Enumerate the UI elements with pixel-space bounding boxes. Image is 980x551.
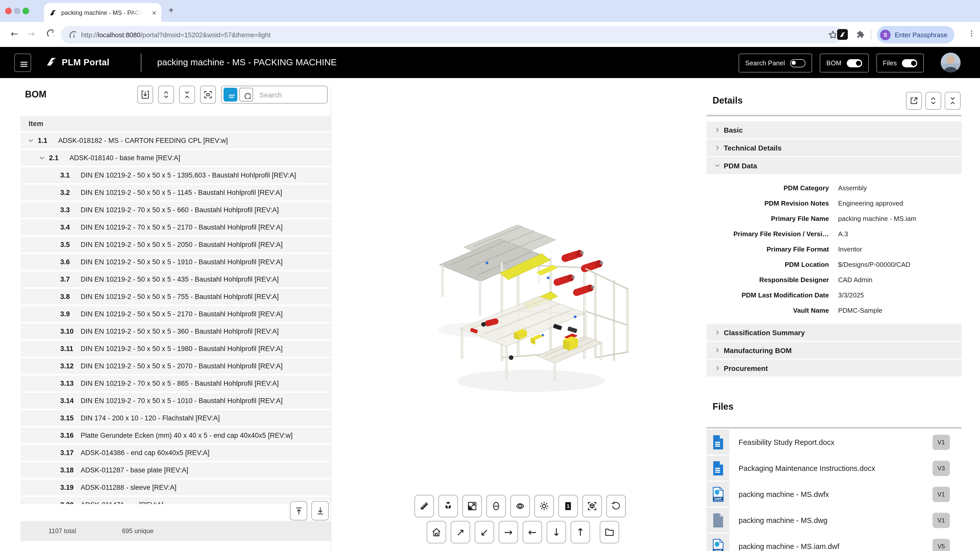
bom-tree-row[interactable]: 3.1DIN EN 10219-2 - 50 x 50 x 5 - 1395,6…	[21, 167, 331, 183]
viewer-single-view-button[interactable]: 1	[558, 495, 578, 517]
bom-tree-row[interactable]: 3.12DIN EN 10219-2 - 50 x 50 x 5 - 2070 …	[21, 358, 331, 374]
section-pdm-data[interactable]: PDM Data	[706, 157, 962, 174]
window-minimize-button[interactable]	[14, 7, 21, 14]
viewer-arrow-up-right-button[interactable]: ↗	[451, 521, 470, 543]
bom-expand-all-button[interactable]	[158, 86, 174, 103]
file-name[interactable]: Feasibility Study Report.docx	[738, 438, 835, 446]
viewer-arrow-down-left-button[interactable]: ↙	[475, 521, 494, 543]
bom-tree-row[interactable]: 3.18ADSK-011287 - base plate [REV:A]	[21, 462, 331, 478]
bom-tree-row[interactable]: 3.9DIN EN 10219-2 - 50 x 50 x 5 - 2170 -…	[21, 306, 331, 322]
bom-row-number: 3.11	[60, 345, 81, 353]
details-expand-all-button[interactable]	[925, 92, 941, 110]
row-expander-chevron-icon[interactable]	[39, 155, 49, 161]
browser-menu-dots-icon[interactable]	[967, 29, 977, 40]
bom-tree-row[interactable]: 1.1ADSK-018182 - MS - CARTON FEEDING CPL…	[21, 133, 331, 148]
file-row[interactable]: DWFpacking machine - MS.iam.dwfV5	[706, 534, 962, 551]
viewer-arrow-down-button[interactable]: ↓	[547, 521, 566, 543]
bom-tree-row[interactable]: 3.3DIN EN 10219-2 - 70 x 50 x 5 - 660 - …	[21, 202, 331, 218]
viewer-reset-orbit-button[interactable]	[606, 495, 626, 517]
hamburger-menu-button[interactable]	[14, 54, 31, 72]
new-tab-button[interactable]: +	[169, 5, 174, 16]
viewer-views-folder-button[interactable]	[600, 521, 619, 543]
details-collapse-all-button[interactable]	[945, 92, 961, 110]
file-name[interactable]: packing machine - MS.dwg	[738, 516, 827, 524]
scroll-to-bottom-button[interactable]	[311, 501, 329, 520]
browser-tab[interactable]: packing machine - MS - PACK ×	[44, 3, 161, 22]
bom-fit-view-button[interactable]	[200, 86, 216, 103]
viewer-fit-selection-button[interactable]	[582, 495, 602, 517]
bom-search-input[interactable]: Search	[259, 91, 282, 99]
bom-tree-row[interactable]: 3.17ADSK-014386 - end cap 60x40x5 [REV:A…	[21, 445, 331, 461]
viewer-arrow-up-button[interactable]: ↑	[571, 521, 590, 543]
file-row[interactable]: Packaging Maintenance Instructions.docxV…	[706, 456, 962, 481]
extensions-puzzle-icon[interactable]	[856, 30, 865, 41]
bom-filter-button[interactable]	[224, 88, 237, 102]
file-name[interactable]: Packaging Maintenance Instructions.docx	[738, 464, 875, 472]
viewer-visibility-button[interactable]	[511, 495, 530, 517]
pdm-data-fields: PDM CategoryAssemblyPDM Revision NotesEn…	[706, 175, 962, 324]
window-zoom-button[interactable]	[22, 7, 29, 14]
toggle-search-panel[interactable]: Search Panel	[738, 54, 812, 73]
forward-icon[interactable]: →	[27, 29, 35, 39]
back-icon[interactable]: ←	[11, 29, 18, 39]
bom-tree-row[interactable]: 2.1ADSK-018140 - base frame [REV:A]	[21, 150, 331, 166]
bom-tree-row[interactable]: 3.8DIN EN 10219-2 - 50 x 50 x 5 - 755 - …	[21, 289, 331, 305]
bom-tree-row[interactable]: 3.7DIN EN 10219-2 - 50 x 50 x 5 - 435 - …	[21, 272, 331, 287]
bom-tree-row[interactable]: 3.4DIN EN 10219-2 - 70 x 50 x 5 - 2170 -…	[21, 219, 331, 235]
reload-icon[interactable]	[45, 27, 54, 38]
bom-collapse-all-button[interactable]	[179, 86, 195, 103]
viewer-hide-button[interactable]	[487, 495, 506, 517]
bom-tree-row[interactable]: 3.20ADSK-011471 - … [REV:A]	[21, 497, 331, 504]
bom-tree-row[interactable]: 3.5DIN EN 10219-2 - 50 x 50 x 5 - 2050 -…	[21, 237, 331, 252]
section-manufacturing-bom[interactable]: Manufacturing BOM	[706, 342, 962, 359]
user-avatar[interactable]	[941, 52, 961, 73]
bom-scroll-buttons	[289, 500, 330, 521]
bom-search-box[interactable]: Search	[221, 86, 328, 103]
file-name[interactable]: packing machine - MS.dwfx	[738, 490, 829, 498]
bom-tree-row[interactable]: 3.16Platte Gerundete Ecken (mm) 40 x 40 …	[21, 427, 331, 443]
address-bar[interactable]: http://localhost:8080/portal?dmsid=15202…	[61, 26, 843, 43]
row-expander-chevron-icon[interactable]	[27, 137, 38, 144]
3d-model-viewport[interactable]	[431, 214, 635, 408]
viewer-screenshot-button[interactable]	[463, 495, 482, 517]
file-row[interactable]: Feasibility Study Report.docxV1	[706, 430, 962, 454]
details-open-external-button[interactable]	[906, 92, 922, 110]
bookmark-star-icon[interactable]	[827, 29, 836, 40]
toggle-label: Files	[883, 59, 897, 67]
scroll-to-top-button[interactable]	[290, 501, 307, 520]
file-row[interactable]: DWFpacking machine - MS.dwfxV1	[706, 482, 962, 507]
bom-tree-row[interactable]: 3.10DIN EN 10219-2 - 50 x 50 x 5 - 360 -…	[21, 324, 331, 339]
toggle-bom[interactable]: BOM	[820, 54, 869, 73]
viewer-arrow-left-button[interactable]: ←	[523, 521, 542, 543]
bom-export-button[interactable]	[137, 86, 153, 103]
section-procurement[interactable]: Procurement	[706, 360, 962, 376]
file-name[interactable]: packing machine - MS.iam.dwf	[738, 542, 839, 550]
tab-close-icon[interactable]: ×	[152, 9, 156, 16]
viewer-measure-button[interactable]	[414, 495, 434, 517]
toggle-files[interactable]: Files	[876, 54, 924, 73]
enter-passphrase-button[interactable]: S Enter Passphrase	[877, 26, 955, 43]
viewer-arrow-right-button[interactable]: →	[499, 521, 518, 543]
section-classification-summary[interactable]: Classification Summary	[706, 324, 962, 341]
toggle-switch-icon[interactable]	[902, 59, 917, 67]
file-type-docx-icon	[706, 430, 729, 454]
window-close-button[interactable]	[5, 7, 12, 14]
bom-tree-row[interactable]: 3.15DIN 174 - 200 x 10 - 120 - Flachstah…	[21, 410, 331, 426]
autodesk-extension-icon[interactable]	[837, 29, 848, 40]
section-technical-details[interactable]: Technical Details	[706, 139, 962, 156]
bom-search-button[interactable]	[239, 88, 253, 102]
viewer-home-button[interactable]	[427, 521, 446, 543]
site-info-icon[interactable]	[68, 30, 76, 40]
bom-tree-row[interactable]: 3.6DIN EN 10219-2 - 50 x 50 x 5 - 1910 -…	[21, 254, 331, 270]
viewer-brightness-button[interactable]	[535, 495, 554, 517]
bom-tree-row[interactable]: 3.11DIN EN 10219-2 - 50 x 50 x 5 - 1980 …	[21, 341, 331, 357]
toggle-switch-icon[interactable]	[790, 59, 805, 67]
bom-tree-row[interactable]: 3.19ADSK-011288 - sleeve [REV:A]	[21, 480, 331, 495]
bom-tree-row[interactable]: 3.2DIN EN 10219-2 - 50 x 50 x 5 - 1145 -…	[21, 185, 331, 200]
bom-tree-row[interactable]: 3.14DIN EN 10219-2 - 70 x 50 x 5 - 1010 …	[21, 393, 331, 409]
bom-tree-row[interactable]: 3.13DIN EN 10219-2 - 70 x 50 x 5 - 865 -…	[21, 375, 331, 391]
toggle-switch-icon[interactable]	[846, 59, 862, 67]
viewer-explode-button[interactable]	[438, 495, 458, 517]
section-basic[interactable]: Basic	[706, 121, 962, 138]
file-row[interactable]: packing machine - MS.dwgV1	[706, 508, 962, 533]
